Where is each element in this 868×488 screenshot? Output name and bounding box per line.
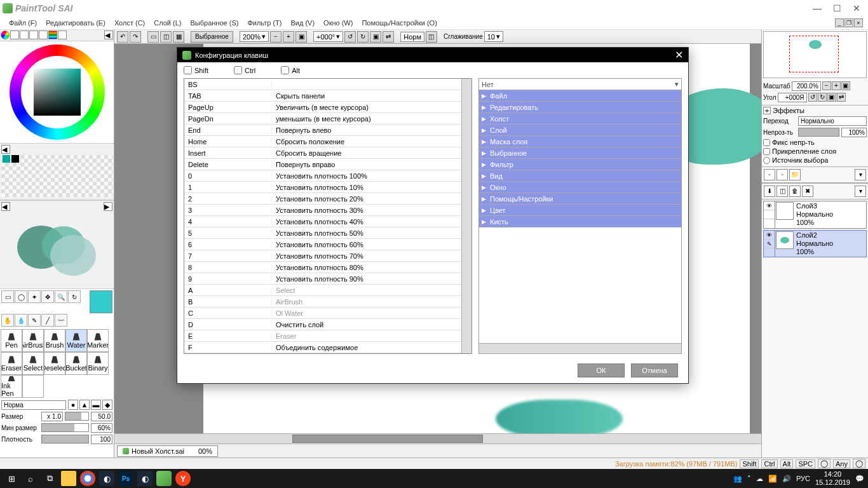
brush-pen[interactable]: Pen	[1, 329, 22, 352]
minsize-value[interactable]: 60%	[91, 423, 112, 433]
navigator[interactable]	[763, 31, 867, 78]
key-row[interactable]: 1Установить плотность 10%	[184, 182, 461, 193]
sel-a-button[interactable]: ▭	[147, 31, 159, 43]
alt-checkbox[interactable]	[281, 66, 289, 74]
tray-people-icon[interactable]: 👥	[733, 475, 742, 483]
nav-angle-input[interactable]: +000Я	[778, 93, 807, 102]
tool-line[interactable]: ╱	[41, 314, 54, 327]
nav-zoom-out[interactable]: −	[822, 81, 831, 90]
zoom-select[interactable]: 200%▾	[240, 31, 269, 42]
nav-rot-reset[interactable]: ▣	[827, 93, 836, 102]
dialog-ok-button[interactable]: ОК	[578, 363, 625, 377]
category-row[interactable]: ▶Помощь/Настройки	[479, 193, 681, 205]
category-row[interactable]: ▶Файл	[479, 90, 681, 102]
key-row[interactable]: ASelect	[184, 285, 461, 296]
mdi-restore-button[interactable]: ❐	[844, 18, 853, 27]
key-row[interactable]: PageUpУвеличить (в месте курсора)	[184, 102, 461, 113]
dialog-close-button[interactable]: ✕	[675, 49, 683, 61]
category-row[interactable]: ▶Холст	[479, 113, 681, 125]
color-bars3-icon[interactable]	[29, 30, 38, 39]
menu-selection[interactable]: Выбранное (S)	[187, 18, 243, 28]
tray-volume-icon[interactable]: 🔊	[782, 475, 791, 483]
zoom-in-button[interactable]: +	[283, 31, 294, 43]
tool-rect-select[interactable]: ▭	[1, 290, 14, 303]
key-row[interactable]: InsertСбросить вращение	[184, 147, 461, 159]
zoom-fit-button[interactable]: ▣	[295, 31, 307, 43]
window-close-button[interactable]: ✕	[853, 3, 860, 13]
canvas-hscroll[interactable]	[114, 433, 761, 444]
tray-lang[interactable]: РУС	[796, 475, 810, 482]
brush-inkpen[interactable]: Ink Pen	[1, 375, 22, 398]
steam2-icon[interactable]: ◐	[137, 471, 153, 486]
brush-binary[interactable]: Binary	[87, 352, 109, 375]
smooth-select[interactable]: 10▾	[484, 31, 503, 42]
category-row[interactable]: ▶Окно	[479, 182, 681, 193]
merge-down-button[interactable]: ⬇	[764, 186, 775, 197]
color-bars1-icon[interactable]	[10, 30, 19, 39]
key-row[interactable]: FОбъединить содержимое	[184, 342, 461, 353]
tool-move[interactable]: ✥	[41, 290, 54, 303]
mdi-close-button[interactable]: ×	[854, 18, 863, 27]
tool-rotate[interactable]: ↻	[68, 290, 81, 303]
brush-water[interactable]: Water	[65, 329, 87, 352]
key-row[interactable]: 2Установить плотность 20%	[184, 193, 461, 205]
merge-button[interactable]: ◫	[776, 186, 788, 197]
tool-picker[interactable]: ✎	[28, 314, 41, 327]
brush-blend-select[interactable]: Норма	[1, 400, 66, 410]
tray-up-icon[interactable]: ˄	[747, 475, 751, 483]
color-wheel-icon[interactable]	[1, 30, 10, 39]
menu-edit[interactable]: Редактировать (E)	[42, 18, 109, 28]
redo-button[interactable]: ↷	[130, 31, 141, 43]
brush-brush[interactable]: Brush	[44, 329, 65, 352]
new-layer-button[interactable]: ▫	[764, 169, 775, 180]
menu-filter[interactable]: Фильтр (T)	[243, 18, 285, 28]
category-row[interactable]: ▶Фильтр	[479, 159, 681, 170]
tool-lasso[interactable]: ◯	[15, 290, 27, 303]
swatch-1[interactable]	[3, 155, 10, 163]
key-row[interactable]: 6Установить плотность 60%	[184, 239, 461, 250]
clip-layer-checkbox[interactable]	[763, 148, 770, 155]
delete-layer-button[interactable]: 🗑	[789, 186, 801, 197]
menu-help[interactable]: Помощь/Настройки (O)	[358, 18, 440, 28]
tool-eyedrop[interactable]: 💧	[15, 314, 27, 327]
clear-layer-button[interactable]: ✖	[802, 186, 813, 197]
tool-hand[interactable]: ✋	[1, 314, 14, 327]
brush-shape-tri-icon[interactable]: ▲	[79, 400, 90, 410]
sel-c-button[interactable]: ▦	[173, 31, 184, 43]
rotate-reset-button[interactable]: ▣	[370, 31, 381, 43]
mode-opt-button[interactable]: ◫	[426, 31, 437, 43]
key-row[interactable]: TABСкрыть панели	[184, 90, 461, 102]
brush-deselect[interactable]: Deselect	[44, 352, 65, 375]
nav-zoom-in[interactable]: +	[832, 81, 841, 90]
rotate-ccw-button[interactable]: ↺	[344, 31, 356, 43]
brush-empty[interactable]	[22, 375, 44, 398]
key-row[interactable]: BS	[184, 79, 461, 90]
color-grid-icon[interactable]	[58, 30, 67, 39]
key-row[interactable]: 3Установить плотность 30%	[184, 205, 461, 216]
dialog-cancel-button[interactable]: Отмена	[631, 363, 678, 377]
key-row[interactable]: 7Установить плотность 70%	[184, 250, 461, 262]
key-row[interactable]: EEraser	[184, 330, 461, 342]
key-row[interactable]: COl Water	[184, 308, 461, 319]
menu-layer[interactable]: Слой (L)	[150, 18, 185, 28]
key-row[interactable]: HomeСбросить положение	[184, 136, 461, 147]
layer-opacity-slider[interactable]	[798, 128, 839, 137]
category-row[interactable]: ▶Редактировать	[479, 102, 681, 113]
menu-view[interactable]: Вид (V)	[287, 18, 318, 28]
flip-button[interactable]: ⇄	[383, 31, 394, 43]
current-color[interactable]	[90, 290, 112, 313]
fix-opacity-checkbox[interactable]	[763, 139, 770, 146]
selection-button[interactable]: Выбранное	[191, 31, 233, 43]
brush-marker[interactable]: Marker	[87, 329, 109, 352]
tray-wifi-icon[interactable]: 📶	[768, 475, 777, 483]
new-layer2-button[interactable]: ▫	[776, 169, 788, 180]
brush-shape-diamond-icon[interactable]: ◆	[102, 400, 112, 410]
key-row[interactable]: 4Установить плотность 40%	[184, 216, 461, 227]
tool-curve[interactable]: 〰	[55, 314, 67, 327]
size-mult[interactable]: x 1.0	[41, 412, 63, 421]
layer-opt-button[interactable]: ▾	[855, 169, 866, 180]
nav-flip[interactable]: ⇄	[837, 93, 846, 102]
layer-visible-icon[interactable]: 👁	[764, 201, 775, 210]
color-wheel[interactable]	[0, 41, 114, 143]
tray-cloud-icon[interactable]: ☁	[756, 475, 763, 483]
